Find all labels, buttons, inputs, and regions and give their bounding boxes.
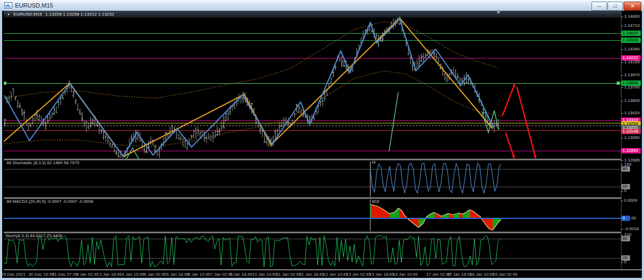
chart-icon <box>4 2 12 9</box>
time-label: 30 Dec 15:45 <box>28 272 54 277</box>
price-tick-tick <box>621 62 623 63</box>
stoch-tick-tick <box>621 165 623 165</box>
macd-tick-tick <box>621 201 623 201</box>
macd-tick-tick <box>621 229 623 230</box>
time-label: 6 Jan 10:45 <box>188 272 210 277</box>
price-tick: 1.14890 <box>624 14 640 19</box>
stochastic-panel-label: All Stochastic (8,3,3) 62.1469 58.7975 <box>6 160 79 165</box>
time-label: 13 Jan 02:45 <box>346 272 371 277</box>
maximize-button[interactable]: ☐ <box>608 2 623 11</box>
stoch2-tick-tick <box>621 235 623 235</box>
macd-zero-suffix: .00 <box>630 216 636 220</box>
price-tick: 1.14155 <box>624 60 640 64</box>
price-tick-tick <box>621 17 623 17</box>
price-badge: 1.14222 <box>621 55 641 61</box>
price-tick: 1.13605 <box>624 99 640 103</box>
title-bar[interactable]: EURUSD,M15 — ☐ ✕ <box>0 0 644 11</box>
minimize-icon: — <box>597 4 602 9</box>
macd-panel-label: All MACD2 (20,40,5) -0.0007 -0.0007 -0.0… <box>6 199 93 204</box>
minimize-button[interactable]: — <box>591 2 607 11</box>
time-label: 18 Jan 10:45 <box>470 272 494 277</box>
symbol-label: EURUSD,M15 <box>13 12 42 17</box>
time-label: 13 Jan 18:45 <box>369 272 394 277</box>
time-label: 10 Jan 10:45 <box>252 272 277 277</box>
mt4-window: EURUSD,M15 — ☐ ✕ ▼ EURUSD,M15 1.13228 1.… <box>0 0 644 280</box>
price-badge: 1.13148 <box>621 129 641 134</box>
price-tick: 1.13970 <box>624 73 640 77</box>
time-label: 17 Jan 18:45 <box>447 272 472 277</box>
time-label: 11 Jan 18:45 <box>299 272 324 277</box>
quote-header: ▼ EURUSD,M15 1.13228 1.13238 1.13212 1.1… <box>4 11 642 18</box>
time-label: 14 Jan 10:45 <box>393 272 418 277</box>
panel-separator[interactable] <box>4 232 642 233</box>
stoch2-panel-label: Stoch(8,3,3) 84.6217 75.4408 <box>5 233 62 238</box>
time-label: 3 Jan 02:45 <box>76 272 99 277</box>
price-tick-tick <box>621 87 623 88</box>
price-tick: 1.13790 <box>624 85 640 90</box>
price-tick-tick <box>621 113 623 114</box>
price-badge: 1.13855 <box>621 80 641 86</box>
window-title: EURUSD,M15 <box>15 2 53 9</box>
price-tick: 1.13050 <box>624 136 640 140</box>
close-icon: ✕ <box>631 4 634 9</box>
collapse-arrow-icon[interactable]: ▼ <box>7 13 10 16</box>
maximize-icon: ☐ <box>613 4 617 9</box>
price-badge: 1.12854 <box>621 148 641 153</box>
price-tick-tick <box>621 138 623 138</box>
stoch2-tick: 0 <box>624 260 626 264</box>
panel-separator[interactable] <box>4 159 642 160</box>
price-tick-tick <box>621 75 623 76</box>
stoch-tick-tick <box>621 191 623 191</box>
stoch2-badge: 80 <box>621 236 630 241</box>
time-label: 12 Jan 10:45 <box>323 272 348 277</box>
stoch-badge: 20 <box>621 184 630 189</box>
price-tick-tick <box>621 160 623 161</box>
time-label: 7 Jan 18:45 <box>230 272 252 277</box>
price-badge: 1.14505 <box>621 38 641 43</box>
macd-zero-badge: 0 <box>621 216 630 221</box>
chart-canvas[interactable] <box>2 11 642 278</box>
price-tick: 1.14340 <box>624 47 640 51</box>
price-tick: 1.13420 <box>624 111 640 115</box>
price-tick-tick <box>621 26 623 26</box>
stoch2-badge: 20 <box>621 255 630 261</box>
time-label: 19 Jan 02:45 <box>493 272 517 277</box>
time-axis-separator <box>4 269 642 270</box>
price-badge: 1.14610 <box>621 31 641 36</box>
stoch-badge: 80 <box>621 166 630 172</box>
price-tick-tick <box>621 101 623 101</box>
time-label: 5 Jan 18:45 <box>166 272 189 277</box>
time-label: 4 Jan 10:45 <box>122 272 144 277</box>
time-label: 29 Dec 2021 <box>1 272 25 277</box>
time-label: 31 Dec 07:45 <box>52 272 78 277</box>
chart-shift-marker-icon[interactable] <box>496 11 501 14</box>
time-label: 3 Jan 18:45 <box>99 272 122 277</box>
stoch-tick: 0 <box>624 189 626 193</box>
ohlc-values: 1.13228 1.13238 1.13212 1.13231 <box>46 12 115 17</box>
stoch2-tick-tick <box>621 262 623 263</box>
time-label: 11 Jan 02:45 <box>276 272 301 277</box>
close-button[interactable]: ✕ <box>624 2 641 11</box>
price-tick-tick <box>621 49 623 50</box>
macd-tick: -0.0018 <box>624 227 639 231</box>
macd-start-tag: M15 <box>372 200 379 203</box>
panel-separator[interactable] <box>4 197 642 199</box>
stochastic-start-tag: Hi <box>372 160 376 164</box>
macd-tick: 0.0009 <box>624 198 637 203</box>
price-tick: 1.14710 <box>624 24 640 28</box>
time-label: 5 Jan 02:45 <box>144 272 166 277</box>
